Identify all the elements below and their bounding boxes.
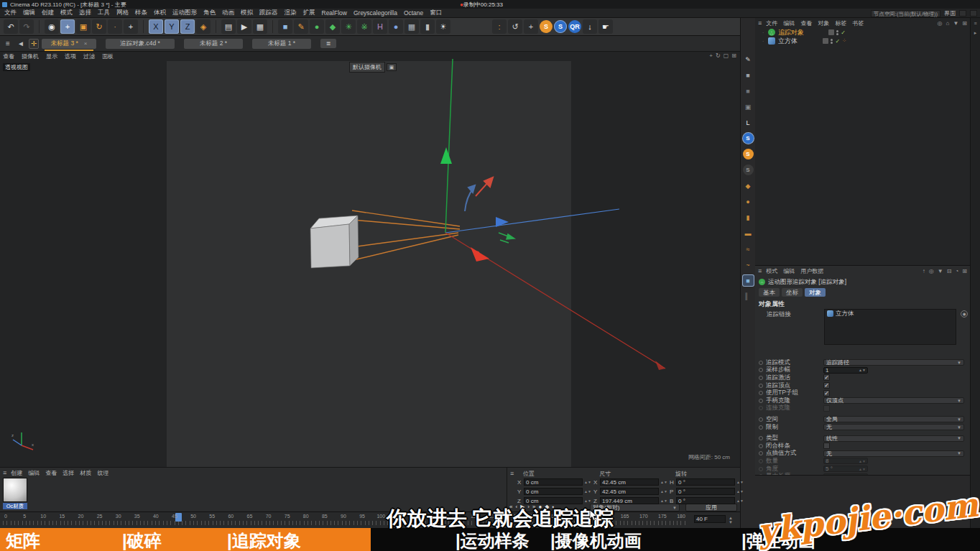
up-icon[interactable]: ↑ — [923, 268, 925, 274]
qr-icon[interactable]: QR — [568, 20, 581, 33]
move-axes-icon[interactable]: + — [524, 19, 538, 34]
render-settings-icon[interactable]: ▦ — [253, 19, 267, 34]
spinner-arrows-icon[interactable]: ▲▼ — [859, 460, 866, 463]
blue-cube-icon[interactable]: ■ — [743, 275, 754, 286]
viewport-menu-1[interactable]: 查看 — [3, 52, 14, 60]
filter-icon[interactable]: ▼ — [953, 20, 958, 27]
apply-button[interactable]: 应用 — [685, 504, 737, 511]
keyframe-dot-icon[interactable] — [759, 459, 763, 463]
spinner-arrows-icon[interactable]: ▲▼ — [736, 499, 744, 502]
mat-menu-6[interactable]: 纹理 — [97, 469, 108, 477]
wire-cube-icon[interactable]: ▣ — [743, 101, 754, 112]
orbit-icon[interactable]: ↻ — [716, 52, 721, 59]
attr-spinner[interactable]: 1▲▼ — [823, 367, 868, 374]
mat-menu-5[interactable]: 材质 — [80, 469, 91, 477]
metaball-icon[interactable]: ● — [389, 19, 403, 34]
keyframe-dot-icon[interactable] — [759, 391, 763, 395]
layout-box-icon[interactable] — [959, 10, 966, 17]
tab-close-icon[interactable]: × — [84, 40, 88, 47]
spline-l-icon[interactable]: L — [743, 117, 754, 128]
mesh-cube-icon[interactable]: ■ — [743, 70, 754, 80]
viewport-menu-3[interactable]: 显示 — [46, 52, 57, 60]
coord-input[interactable]: 42.45 cm — [600, 488, 659, 495]
coord-system-icon[interactable]: ◈ — [196, 19, 211, 34]
pen-spline-icon[interactable]: ✎ — [294, 19, 308, 34]
pick-object-button[interactable]: ◉ — [961, 310, 968, 318]
menu-item-10[interactable]: 运动图形 — [172, 9, 197, 17]
viewport-menu-4[interactable]: 选项 — [65, 52, 76, 60]
simulate-icon[interactable]: ▦ — [405, 19, 419, 34]
snap-icon[interactable]: + — [124, 19, 138, 34]
layout-box2-icon[interactable] — [970, 10, 977, 17]
spinner-arrows-icon[interactable]: ▲▼ — [584, 490, 591, 493]
attribute-tab-对象[interactable]: 对象 — [805, 288, 826, 297]
sketch-blue-icon[interactable]: S — [554, 20, 567, 33]
wave-icon[interactable]: ≈ — [743, 244, 754, 254]
spinner-arrows-icon[interactable]: ▲▼ — [660, 481, 667, 483]
slot-icon[interactable]: ▍ — [743, 291, 754, 302]
rotate-ring-icon[interactable]: ↺ — [508, 19, 522, 34]
filter-icon[interactable]: ▼ — [938, 268, 943, 274]
attribute-tab-基本[interactable]: 基本 — [759, 288, 780, 297]
fields-icon[interactable]: ※ — [357, 19, 371, 34]
om-menu-4[interactable]: 对象 — [818, 19, 829, 27]
sketch-orange-icon[interactable]: S — [743, 149, 754, 159]
poly-cube-icon[interactable]: ■ — [743, 85, 754, 96]
expand-tab-icon[interactable]: ▸ — [974, 30, 977, 36]
attribute-tab-坐标[interactable]: 坐标 — [782, 288, 803, 297]
attr-dropdown[interactable]: 线性▼ — [823, 435, 964, 442]
coord-input[interactable]: 0 cm — [524, 497, 583, 504]
enabled-check-icon[interactable]: ✓ — [835, 38, 840, 45]
menu-item-6[interactable]: 工具 — [98, 9, 110, 17]
move-tool-icon[interactable]: + — [60, 19, 75, 34]
menu-item-3[interactable]: 创建 — [42, 9, 54, 17]
panel-menu-icon[interactable]: ≡ — [758, 267, 762, 274]
mat-menu-3[interactable]: 查看 — [45, 469, 57, 477]
search-icon[interactable]: ◎ — [929, 268, 934, 274]
spinner-arrows-icon[interactable]: ▲▼ — [584, 499, 591, 502]
mat-menu-4[interactable]: 选择 — [63, 469, 74, 477]
menu-item-17[interactable]: RealFlow — [322, 9, 347, 17]
menu-item-16[interactable]: 扩展 — [303, 9, 315, 17]
maximize-icon[interactable]: ⊞ — [731, 52, 736, 59]
coord-input[interactable]: 0 ° — [676, 497, 735, 504]
spinner-arrows-icon[interactable]: ▲▼ — [859, 468, 866, 471]
hand-icon[interactable]: ☛ — [598, 19, 613, 34]
target-icon[interactable]: ✛ — [29, 39, 39, 49]
visibility-dots-icon[interactable] — [831, 39, 833, 44]
axis-z-icon[interactable]: Z — [180, 19, 195, 34]
keyframe-dot-icon[interactable] — [759, 467, 763, 471]
keyframe-dot-icon[interactable] — [759, 368, 763, 372]
menu-item-13[interactable]: 模拟 — [241, 9, 253, 17]
visibility-dots-icon[interactable] — [836, 30, 838, 35]
axis-x-icon[interactable]: X — [149, 19, 163, 34]
menu-item-12[interactable]: 动画 — [222, 9, 234, 17]
render-picture-viewer-icon[interactable]: ▶ — [237, 19, 251, 34]
undo-icon[interactable]: ↶ — [4, 19, 18, 34]
coord-input[interactable]: 197.449 cm — [600, 497, 659, 504]
attr-dropdown[interactable]: 仅顶点▼ — [823, 397, 964, 404]
camera-icon[interactable]: ▣ — [387, 63, 397, 71]
menu-item-20[interactable]: 窗口 — [430, 9, 442, 17]
document-tab-1[interactable]: 未标题 3 *× — [42, 39, 96, 49]
attr-checkbox[interactable]: ✓ — [823, 390, 830, 397]
am-menu-1[interactable]: 模式 — [766, 267, 777, 275]
am-menu-2[interactable]: 编辑 — [783, 267, 795, 275]
attr-spinner[interactable]: 5 cm▲▼ — [823, 473, 868, 475]
lock-icon[interactable]: ⊟ — [947, 268, 952, 274]
volume-icon[interactable]: ✳ — [341, 19, 356, 34]
layout-menu-icon[interactable]: ≡ — [3, 39, 13, 49]
attr-dropdown[interactable]: 无▼ — [823, 424, 964, 430]
keyframe-dot-icon[interactable] — [759, 436, 763, 440]
download-icon[interactable]: ↓ — [583, 19, 597, 34]
perspective-viewport[interactable]: 查看摄像机显示选项过滤面板 +↻▢⊞ 透视视图 默认摄像机 ▣ 网格间距: 50… — [0, 52, 740, 467]
panel-menu-icon[interactable]: ≡ — [3, 469, 6, 476]
document-tab-3[interactable]: 未标题 2 * — [184, 39, 243, 49]
node-space-dropdown[interactable]: 节点空间:(当前(默认/物理)) — [871, 10, 940, 17]
zoom-icon[interactable]: ▢ — [724, 52, 729, 59]
attr-dropdown[interactable]: 无▼ — [823, 450, 964, 457]
generator-icon[interactable]: ● — [310, 19, 324, 34]
document-tab-2[interactable]: 追踪对象.c4d * — [106, 39, 175, 49]
attr-spinner[interactable]: 8▲▼ — [823, 458, 868, 464]
mograph-tag-icon[interactable]: ⁘ — [842, 38, 846, 44]
